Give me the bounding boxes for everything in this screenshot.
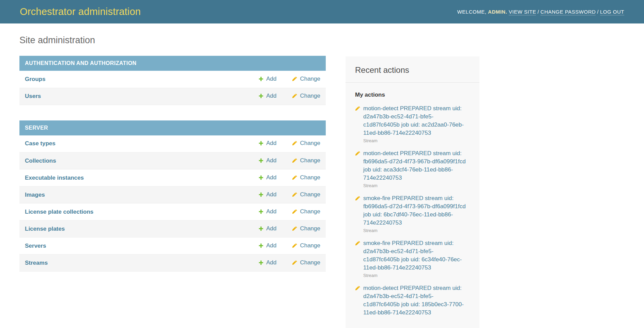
recent-action-link[interactable]: motion-detect PREPARED stream uid: d2a47…	[363, 285, 464, 316]
pencil-icon	[355, 151, 361, 156]
app-header: Orchestrator administration WELCOME, ADM…	[0, 0, 644, 23]
recent-action-item: smoke-fire PREPARED stream uid: d2a47b3b…	[355, 239, 469, 278]
add-servers-button[interactable]: Add	[258, 242, 276, 249]
model-link-users[interactable]: Users	[25, 93, 41, 99]
plus-icon	[258, 260, 264, 265]
pencil-icon	[292, 192, 297, 197]
module-auth: AUTHENTICATION AND AUTHORIZATION Groups	[19, 56, 326, 105]
action-list: motion-detect PREPARED stream uid: d2a47…	[346, 104, 479, 317]
add-label: Add	[266, 242, 276, 249]
page-title: Site administration	[19, 35, 326, 46]
change-images-button[interactable]: Change	[292, 191, 320, 198]
model-link-images[interactable]: Images	[25, 192, 45, 198]
log-out-link[interactable]: LOG OUT	[600, 9, 624, 15]
table-row-users: Users Add	[19, 88, 326, 105]
change-users-button[interactable]: Change	[292, 93, 320, 99]
add-label: Add	[266, 259, 276, 266]
pencil-icon	[292, 158, 297, 163]
change-label: Change	[300, 191, 320, 198]
plus-icon	[258, 192, 264, 197]
change-collections-button[interactable]: Change	[292, 157, 320, 164]
plus-icon	[258, 141, 264, 146]
recent-action-link[interactable]: motion-detect PREPARED stream uid: fb696…	[363, 150, 466, 181]
add-users-button[interactable]: Add	[258, 93, 276, 99]
change-label: Change	[300, 225, 320, 232]
recent-action-link[interactable]: smoke-fire PREPARED stream uid: d2a47b3b…	[363, 240, 462, 271]
add-label: Add	[266, 191, 276, 198]
pencil-icon	[292, 243, 297, 248]
recent-action-link[interactable]: motion-detect PREPARED stream uid: d2a47…	[363, 105, 464, 136]
add-executable-instances-button[interactable]: Add	[258, 174, 276, 181]
add-label: Add	[266, 140, 276, 147]
recent-actions-panel: Recent actions My actions motion-detect …	[346, 56, 479, 328]
plus-icon	[258, 175, 264, 180]
add-label: Add	[266, 174, 276, 181]
table-row-images: ImagesAddChange	[19, 186, 326, 203]
table-row-collections: CollectionsAddChange	[19, 152, 326, 169]
table-row-streams: StreamsAddChange	[19, 255, 326, 272]
action-object-type: Stream	[363, 273, 469, 278]
model-link-executable-instances[interactable]: Executable instances	[25, 175, 84, 181]
recent-action-link[interactable]: smoke-fire PREPARED stream uid: fb696da5…	[363, 195, 466, 226]
user-tools: WELCOME, ADMIN. VIEW SITE/CHANGE PASSWOR…	[457, 9, 624, 15]
pencil-icon	[292, 141, 297, 146]
recent-action-item: motion-detect PREPARED stream uid: fb696…	[355, 149, 469, 188]
change-label: Change	[300, 76, 320, 82]
add-streams-button[interactable]: Add	[258, 259, 276, 266]
add-label: Add	[266, 93, 276, 99]
model-link-case-types[interactable]: Case types	[25, 140, 56, 147]
add-label: Add	[266, 157, 276, 164]
recent-action-item: smoke-fire PREPARED stream uid: fb696da5…	[355, 194, 469, 233]
module-server-caption: SERVER	[19, 120, 326, 135]
site-title[interactable]: Orchestrator administration	[20, 6, 141, 17]
my-actions-subtitle: My actions	[355, 92, 470, 98]
pencil-icon	[355, 241, 361, 246]
action-object-type: Stream	[363, 138, 469, 144]
model-link-groups[interactable]: Groups	[25, 76, 45, 82]
module-auth-caption-link[interactable]: AUTHENTICATION AND AUTHORIZATION	[25, 60, 136, 66]
change-label: Change	[300, 174, 320, 181]
add-groups-button[interactable]: Add	[258, 76, 276, 82]
change-streams-button[interactable]: Change	[292, 259, 320, 266]
current-username: ADMIN.	[488, 9, 507, 15]
module-auth-caption: AUTHENTICATION AND AUTHORIZATION	[19, 56, 326, 71]
action-object-type: Stream	[363, 183, 469, 188]
table-row-servers: ServersAddChange	[19, 237, 326, 255]
pencil-icon	[292, 93, 297, 99]
view-site-link[interactable]: VIEW SITE	[509, 9, 536, 15]
model-link-servers[interactable]: Servers	[25, 243, 46, 249]
pencil-icon	[292, 209, 297, 214]
change-servers-button[interactable]: Change	[292, 242, 320, 249]
add-label: Add	[266, 225, 276, 232]
model-link-license-plate-collections[interactable]: License plate collections	[25, 209, 93, 215]
table-row-groups: Groups Add	[19, 71, 326, 88]
change-label: Change	[300, 242, 320, 249]
add-collections-button[interactable]: Add	[258, 157, 276, 164]
change-groups-button[interactable]: Change	[292, 76, 320, 82]
recent-actions-title: Recent actions	[346, 56, 479, 82]
add-license-plate-collections-button[interactable]: Add	[258, 208, 276, 215]
change-label: Change	[300, 140, 320, 147]
change-license-plates-button[interactable]: Change	[292, 225, 320, 232]
pencil-icon	[355, 106, 361, 111]
link-separator: /	[536, 9, 540, 15]
module-server-caption-link[interactable]: SERVER	[25, 125, 48, 131]
add-case-types-button[interactable]: Add	[258, 140, 276, 147]
table-row-license-plates: License platesAddChange	[19, 220, 326, 237]
model-link-streams[interactable]: Streams	[25, 260, 48, 266]
add-license-plates-button[interactable]: Add	[258, 225, 276, 232]
action-object-type: Stream	[363, 228, 469, 233]
model-link-collections[interactable]: Collections	[25, 158, 56, 164]
change-password-link[interactable]: CHANGE PASSWORD	[540, 9, 596, 15]
add-images-button[interactable]: Add	[258, 191, 276, 198]
pencil-icon	[355, 196, 361, 201]
change-license-plate-collections-button[interactable]: Change	[292, 208, 320, 215]
model-link-license-plates[interactable]: License plates	[25, 226, 65, 232]
change-executable-instances-button[interactable]: Change	[292, 174, 320, 181]
pencil-icon	[292, 226, 297, 231]
plus-icon	[258, 226, 264, 231]
link-separator: /	[596, 9, 600, 15]
pencil-icon	[292, 260, 297, 265]
change-label: Change	[300, 93, 320, 99]
change-case-types-button[interactable]: Change	[292, 140, 320, 147]
